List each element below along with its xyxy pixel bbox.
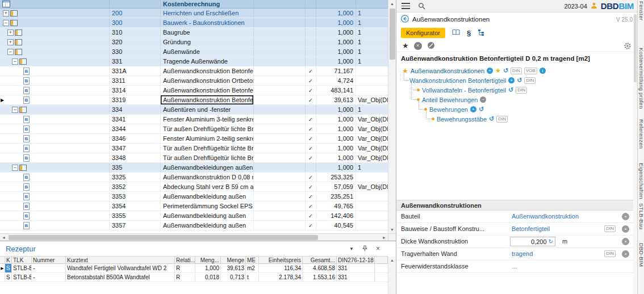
scroll-left-button[interactable]: ◄ — [0, 234, 7, 241]
user-icon[interactable] — [591, 2, 597, 10]
add-circle-icon[interactable]: + — [508, 77, 515, 83]
add-circle-icon[interactable]: + — [470, 106, 476, 112]
tree-item[interactable]: Vollwandtafeln - Betonfertigteil↺DIN — [402, 85, 628, 95]
catalog-book-icon[interactable] — [452, 29, 460, 37]
expand-collapse-icon[interactable]: + — [3, 10, 9, 16]
undo-icon[interactable]: ↺ — [517, 77, 522, 83]
content-version-date[interactable]: 2023-04 — [564, 3, 587, 10]
table-row[interactable]: B3346Fenster Aluminium 2-teilig senkrech… — [0, 134, 388, 144]
tree-item[interactable]: Bewehrungsstäbe↺DIN — [402, 114, 628, 124]
tree-item[interactable]: Wandkonstruktionen Betonfertigteil+↺DIN — [402, 75, 628, 85]
side-tab-kostenermittlung-pr-fen[interactable]: Kostenermittlung prüfen — [638, 48, 644, 109]
rezeptur-scroll-up-button[interactable]: ▲ — [388, 257, 396, 263]
tree-item[interactable]: Bewehrungen+↺ — [402, 104, 628, 114]
remove-value-icon[interactable]: × — [622, 250, 629, 258]
back-icon[interactable] — [401, 15, 409, 24]
pin-icon[interactable] — [362, 245, 368, 253]
column-header[interactable]: Relati... — [175, 257, 195, 263]
column-header[interactable]: Kurztext — [66, 257, 175, 263]
rezeptur-row[interactable]: ▶SSTLB-B-Wandtafel Fertigteil Vollwandta… — [0, 264, 388, 273]
table-row[interactable]: +310Baugrube1,0001 — [0, 28, 388, 37]
undo-icon[interactable]: ↺ — [489, 116, 494, 122]
search-icon[interactable] — [418, 2, 425, 10]
tree-item[interactable]: Anteil Bewehrungen− — [402, 95, 628, 104]
table-row[interactable]: B331AAußenwandkonstruktion Betonfertigte… — [0, 66, 388, 76]
property-row[interactable]: Dicke Wandkonstruktion0,200↻m× — [396, 236, 637, 248]
tree-item-label[interactable]: Wandkonstruktionen Betonfertigteil — [409, 77, 506, 84]
back-label[interactable]: Außenwandkonstruktionen — [412, 16, 490, 23]
column-header[interactable]: ME — [246, 257, 259, 263]
expand-collapse-icon[interactable]: − — [7, 49, 14, 55]
hamburger-menu-icon[interactable] — [402, 3, 410, 9]
horizontal-scroll-thumb[interactable] — [9, 235, 318, 240]
disable-circle-slash-icon[interactable] — [427, 41, 435, 51]
property-row[interactable]: BauteilAußenwandkonstruktion× — [396, 211, 637, 223]
side-tab-dbd-bim[interactable]: DBD-BIM — [638, 243, 644, 267]
scroll-down-button[interactable]: ▼ — [388, 226, 396, 233]
column-header[interactable]: Meng... — [195, 257, 221, 263]
property-row[interactable]: Feuerwiderstandsklasse... — [396, 261, 637, 273]
gear-icon[interactable] — [624, 42, 632, 50]
panel-scrollbar[interactable] — [633, 13, 637, 294]
vertical-scroll-thumb[interactable] — [390, 9, 395, 60]
table-row[interactable]: −335Außenwandbekleidungen außen1,0001 — [0, 163, 388, 173]
rezeptur-row[interactable]: SSTLB-B-Betonstabstahl B500A WandtafelR0… — [0, 273, 388, 282]
column-header[interactable]: TLK — [12, 257, 32, 263]
table-row[interactable]: −330Außenwände1,0001 — [0, 47, 388, 57]
hierarchy-list-icon[interactable] — [478, 29, 484, 37]
table-row[interactable]: B3311Außenwandkonstruktion Ortbeton trag… — [0, 76, 388, 86]
table-row[interactable]: B3353Außenwandbekleidung außen✓235,251 — [0, 192, 388, 201]
scroll-right-button[interactable]: ► — [380, 234, 388, 241]
tree-item[interactable]: ★Außenwandkonstruktionen+★↺DINVOBi — [402, 66, 628, 75]
table-row[interactable]: B3355Außenwandbekleidung außen✓142,406 — [0, 211, 388, 221]
remove-value-icon[interactable]: × — [622, 225, 629, 233]
expand-collapse-icon[interactable]: − — [12, 58, 18, 65]
column-header[interactable]: DIN276-12-18 — [337, 257, 375, 263]
side-tab-eigenschaften[interactable]: Eigenschaften — [638, 163, 644, 199]
table-row[interactable]: B3348Tür außen Drehflügeltür lichte Brei… — [0, 153, 388, 163]
favorite-star-icon[interactable]: ★ — [402, 42, 409, 49]
tree-item-label[interactable]: Bewehrungen — [429, 106, 468, 113]
tree-item-label[interactable]: Vollwandtafeln - Betonfertigteil — [422, 87, 506, 94]
remove-value-icon[interactable]: × — [622, 238, 629, 245]
table-row[interactable]: B3341Fenster Aluminium 3-teilig senkrech… — [0, 115, 388, 124]
expand-collapse-icon[interactable]: − — [12, 107, 18, 113]
table-row[interactable]: −331Tragende Außenwände1,0001 — [0, 57, 388, 66]
info-icon[interactable]: i — [540, 68, 546, 74]
column-header[interactable]: Nummer — [32, 257, 66, 263]
panel-scroll-thumb[interactable] — [634, 14, 637, 82]
side-tab-fenster[interactable]: Fenster — [638, 1, 644, 20]
din-badge[interactable]: DIN — [516, 87, 527, 94]
property-value[interactable]: Betonfertigteil — [512, 225, 550, 232]
table-row[interactable]: +320Gründung1,0001 — [0, 37, 388, 47]
din-badge[interactable]: DIN — [511, 68, 522, 74]
expand-collapse-icon[interactable]: − — [12, 165, 18, 171]
tree-item-label[interactable]: Anteil Bewehrungen — [422, 96, 478, 103]
tree-item-label[interactable]: Außenwandkonstruktionen — [411, 68, 484, 74]
panel-menu-icon[interactable]: ▼ — [349, 246, 354, 251]
column-header[interactable]: Gesamt... — [303, 257, 337, 263]
property-row[interactable]: Tragverhalten WandtragendDIN× — [396, 248, 637, 261]
column-header[interactable]: K — [5, 257, 12, 263]
din-badge[interactable]: DIN — [496, 116, 508, 123]
din-badge[interactable]: DIN — [604, 225, 616, 232]
table-row[interactable]: B3354Perimeterdämmung Sockel EPS D 100 m… — [0, 201, 388, 211]
property-row[interactable]: Bauweise / Baustoff Konstru...Betonferti… — [396, 223, 637, 236]
paragraph-icon[interactable]: § — [467, 29, 471, 37]
tree-item-label[interactable]: Bewehrungsstäbe — [437, 116, 487, 123]
din-badge[interactable]: DIN — [524, 77, 536, 84]
table-row[interactable]: +200Herrichten und Erschließen1,0001 — [0, 9, 388, 18]
favorite-star-icon[interactable]: ★ — [495, 68, 501, 74]
expand-collapse-icon[interactable]: + — [7, 39, 14, 45]
table-row[interactable]: B3344Tür außen Drehflügeltür lichte Brei… — [0, 124, 388, 134]
main-vertical-scrollbar[interactable]: ▲ ▼ — [388, 0, 396, 233]
remove-circle-icon[interactable]: − — [480, 96, 486, 103]
clear-circle-x-icon[interactable]: × — [414, 42, 422, 50]
property-value[interactable]: Außenwandkonstruktion — [512, 213, 579, 220]
table-row[interactable]: B3325Außenwandkonstruktion D 0,08 m nich… — [0, 173, 388, 182]
main-horizontal-scrollbar[interactable]: ◄ ► — [0, 233, 388, 241]
table-row[interactable]: −334Außentüren und -fenster1,0001 — [0, 105, 388, 115]
refresh-icon[interactable]: ↻ — [549, 239, 553, 245]
din-badge[interactable]: DIN — [604, 250, 616, 257]
undo-icon[interactable]: ↺ — [479, 106, 484, 112]
